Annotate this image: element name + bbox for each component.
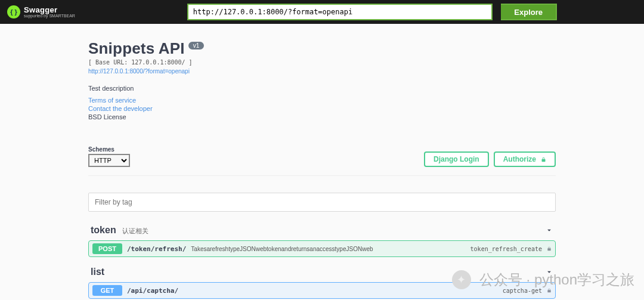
api-description: Test description xyxy=(88,85,556,92)
api-info: Snippets API v1 [ Base URL: 127.0.0.1:80… xyxy=(88,24,556,129)
operation-path: /token/refresh/ xyxy=(127,245,186,253)
swagger-logo: { } Swagger supported by SMARTBEAR xyxy=(7,5,75,18)
schemes-select[interactable]: HTTP xyxy=(88,154,130,167)
swagger-logo-icon: { } xyxy=(7,5,20,18)
contact-link[interactable]: Contact the developer xyxy=(88,105,556,112)
tag-desc: 认证相关 xyxy=(122,227,148,236)
operation-path: /api/captcha/ xyxy=(127,287,178,295)
chevron-down-icon xyxy=(545,268,553,276)
license-label: BSD License xyxy=(88,113,556,120)
brand-subtitle: supported by SMARTBEAR xyxy=(24,14,75,18)
chevron-down-icon xyxy=(545,226,553,234)
operation-id: token_refresh_create xyxy=(470,246,542,252)
api-title: Snippets API xyxy=(88,39,185,58)
operation-captcha[interactable]: GET /api/captcha/ captcha-get xyxy=(88,282,556,299)
lock-icon xyxy=(547,287,552,293)
topbar: { } Swagger supported by SMARTBEAR Explo… xyxy=(0,0,644,24)
spec-url-input[interactable] xyxy=(187,4,493,20)
tag-name: token xyxy=(91,225,116,236)
tag-name: list xyxy=(91,267,104,277)
terms-link[interactable]: Terms of service xyxy=(88,97,556,104)
base-url: [ Base URL: 127.0.0.1:8000/ ] xyxy=(88,59,556,66)
explore-button[interactable]: Explore xyxy=(501,4,557,20)
operation-token-refresh[interactable]: POST /token/refresh/ TakesarefreshtypeJS… xyxy=(88,240,556,257)
tag-header-list[interactable]: list xyxy=(88,261,556,282)
brand-name: Swagger xyxy=(24,6,75,14)
scheme-row: Schemes HTTP Django Login Authorize xyxy=(88,144,556,176)
method-badge: POST xyxy=(92,243,122,254)
tag-header-token[interactable]: token 认证相关 xyxy=(88,219,556,240)
method-badge: GET xyxy=(92,285,122,296)
api-version-badge: v1 xyxy=(188,42,205,50)
filter-input[interactable] xyxy=(88,193,556,212)
operation-id: captcha-get xyxy=(503,287,542,294)
django-login-label: Django Login xyxy=(434,155,479,163)
operation-summary: TakesarefreshtypeJSONwebtokenandreturnsa… xyxy=(191,246,373,252)
spec-url-link[interactable]: http://127.0.0.1:8000/?format=openapi xyxy=(88,68,190,75)
lock-icon xyxy=(541,156,546,163)
authorize-label: Authorize xyxy=(503,155,536,163)
schemes-label: Schemes xyxy=(88,146,130,153)
django-login-button[interactable]: Django Login xyxy=(424,151,489,167)
authorize-button[interactable]: Authorize xyxy=(494,151,556,167)
lock-icon xyxy=(547,246,552,252)
